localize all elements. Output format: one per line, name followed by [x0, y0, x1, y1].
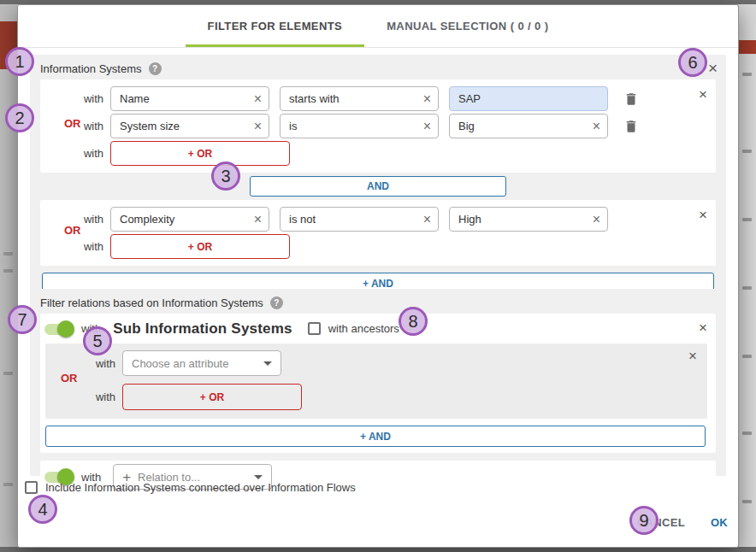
- trash-icon[interactable]: [623, 91, 639, 107]
- background-text-stub: [742, 150, 752, 153]
- or-connector-label: OR: [61, 372, 78, 385]
- attribute-select[interactable]: Name ×: [110, 86, 269, 111]
- background-text-stub: [3, 483, 13, 486]
- attribute-select[interactable]: Complexity ×: [110, 207, 269, 232]
- include-flows-checkbox[interactable]: [25, 481, 38, 494]
- background-text-stub: [742, 73, 752, 76]
- filter-dialog: FILTER FOR ELEMENTS MANUAL SELECTION ( 0…: [17, 4, 739, 548]
- tab-label: MANUAL SELECTION ( 0 / 0 ): [387, 20, 548, 32]
- filter-row: with Name × starts with × SAP: [40, 86, 716, 111]
- filter-group: × OR with Complexity × is not × High ×: [40, 200, 716, 266]
- annotation-9: 9: [629, 506, 659, 535]
- ok-button[interactable]: OK: [711, 516, 728, 529]
- add-or-button[interactable]: + OR: [110, 234, 290, 259]
- element-filter-header: Information Systems ?: [40, 60, 716, 77]
- background-text-stub: [3, 269, 13, 273]
- value-text: High: [458, 213, 481, 226]
- trash-icon[interactable]: [623, 119, 639, 134]
- operator-select[interactable]: is not ×: [280, 207, 439, 232]
- page-background-left: [0, 4, 17, 547]
- add-and-button[interactable]: + AND: [45, 426, 706, 447]
- operator-value: is not: [289, 213, 316, 226]
- with-label: with: [40, 147, 107, 160]
- chevron-down-icon: [263, 361, 272, 366]
- or-connector-label: OR: [64, 224, 81, 237]
- include-flows-label: Include Information Systems connected ov…: [45, 481, 356, 494]
- clear-icon[interactable]: ×: [254, 213, 262, 226]
- filter-row: with + OR: [40, 234, 716, 259]
- clear-icon[interactable]: ×: [423, 120, 431, 133]
- close-icon[interactable]: ×: [708, 60, 718, 76]
- value-input[interactable]: Big ×: [449, 114, 608, 138]
- toggle-switch[interactable]: [44, 320, 74, 338]
- attribute-select[interactable]: System size ×: [110, 114, 269, 138]
- background-text-stub: [742, 286, 752, 290]
- operator-value: starts with: [289, 92, 340, 105]
- clear-icon[interactable]: ×: [254, 92, 262, 106]
- with-label: with: [45, 357, 119, 370]
- close-icon[interactable]: ×: [688, 349, 697, 363]
- tab-bar: FILTER FOR ELEMENTS MANUAL SELECTION ( 0…: [18, 5, 738, 48]
- annotation-7: 7: [8, 305, 37, 334]
- close-icon[interactable]: ×: [699, 320, 707, 335]
- background-text-stub: [742, 500, 752, 503]
- tab-manual-selection[interactable]: MANUAL SELECTION ( 0 / 0 ): [364, 5, 570, 47]
- dropdown-placeholder: Choose an attribute: [132, 357, 257, 370]
- background-text-stub: [3, 252, 13, 255]
- annotation-8: 8: [399, 307, 428, 336]
- chevron-down-icon: [254, 475, 263, 479]
- with-ancestors-checkbox[interactable]: [308, 322, 321, 335]
- clear-icon[interactable]: ×: [593, 213, 600, 226]
- include-flows-row: Include Information Systems connected ov…: [25, 481, 356, 494]
- operator-value: is: [289, 120, 297, 132]
- element-filter-section: Information Systems ? × × OR with Name ×…: [30, 55, 726, 292]
- section-title: Information Systems: [40, 62, 142, 75]
- add-or-button[interactable]: + OR: [122, 384, 302, 410]
- filter-row: with Choose an attribute: [45, 350, 707, 376]
- clear-icon[interactable]: ×: [254, 120, 262, 133]
- background-red-block: [739, 40, 756, 54]
- background-text-stub: [742, 432, 752, 435]
- filter-row: with + OR: [40, 141, 716, 166]
- attribute-dropdown[interactable]: Choose an attribute: [122, 350, 281, 376]
- filter-row: with + OR: [45, 384, 707, 410]
- clear-icon[interactable]: ×: [593, 120, 600, 133]
- annotation-4: 4: [28, 495, 57, 524]
- page-background-right: [739, 4, 756, 547]
- relation-card-header: with Sub Information Systems with ancest…: [44, 315, 707, 342]
- relation-filter-section: Filter relations based on Information Sy…: [30, 289, 726, 476]
- add-or-button[interactable]: + OR: [110, 141, 290, 166]
- close-icon[interactable]: ×: [699, 208, 707, 222]
- background-text-stub: [742, 218, 752, 221]
- tab-label: FILTER FOR ELEMENTS: [208, 20, 343, 32]
- operator-select[interactable]: is ×: [280, 114, 439, 138]
- help-icon[interactable]: ?: [149, 62, 162, 75]
- filter-group: × OR with Name × starts with × SAP: [40, 79, 716, 173]
- annotation-6: 6: [678, 48, 707, 77]
- operator-select[interactable]: starts with ×: [280, 86, 439, 111]
- toggle-knob: [57, 320, 74, 338]
- with-label: with: [45, 391, 119, 403]
- clear-icon[interactable]: ×: [423, 213, 431, 226]
- and-button[interactable]: AND: [250, 176, 506, 197]
- background-text-stub: [3, 372, 13, 375]
- relation-attribute-panel: × OR with Choose an attribute with + OR: [45, 344, 707, 419]
- with-label: with: [40, 92, 107, 105]
- value-text: Big: [458, 120, 475, 132]
- tab-filter-for-elements[interactable]: FILTER FOR ELEMENTS: [186, 5, 365, 47]
- clear-icon[interactable]: ×: [423, 92, 431, 106]
- value-text: SAP: [458, 92, 481, 105]
- relation-filter-header: Filter relations based on Information Sy…: [40, 294, 716, 311]
- filter-row: with System size × is × Big ×: [40, 114, 716, 138]
- value-input[interactable]: High ×: [449, 207, 608, 232]
- attribute-value: Name: [120, 92, 150, 105]
- filter-row: with Complexity × is not × High ×: [40, 207, 716, 232]
- relation-name: Sub Information Systems: [113, 320, 292, 338]
- close-icon[interactable]: ×: [699, 87, 707, 102]
- or-connector-label: OR: [64, 117, 81, 130]
- annotation-5: 5: [83, 326, 112, 355]
- attribute-value: System size: [120, 120, 180, 132]
- help-icon[interactable]: ?: [270, 297, 283, 309]
- annotation-3: 3: [211, 161, 240, 191]
- value-input[interactable]: SAP: [449, 86, 608, 111]
